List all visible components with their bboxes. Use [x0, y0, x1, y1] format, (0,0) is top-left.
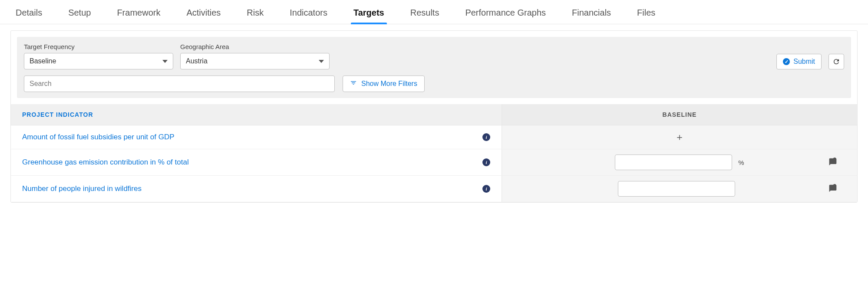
refresh-icon [832, 58, 840, 66]
indicator-link[interactable]: Amount of fossil fuel subsidies per unit… [22, 133, 175, 141]
add-baseline-button[interactable]: ＋ [675, 131, 684, 144]
tab-framework[interactable]: Framework [114, 3, 163, 24]
table-row: Number of people injured in wildfires i [11, 176, 857, 202]
column-header-indicator[interactable]: PROJECT INDICATOR [11, 104, 502, 125]
tab-performance-graphs[interactable]: Performance Graphs [462, 3, 548, 24]
submit-label: Submit [793, 58, 815, 66]
tab-setup[interactable]: Setup [66, 3, 93, 24]
column-header-baseline: BASELINE [502, 104, 857, 125]
show-more-filters-label: Show More Filters [361, 80, 417, 88]
info-icon[interactable]: i [482, 158, 490, 166]
filter-icon [350, 79, 357, 88]
comment-icon[interactable] [828, 184, 837, 194]
geo-area-select[interactable]: Austria [180, 53, 330, 69]
tab-activities[interactable]: Activities [184, 3, 223, 24]
geo-area-value: Austria [186, 57, 208, 65]
submit-button[interactable]: ✓ Submit [776, 54, 822, 69]
tab-details[interactable]: Details [13, 3, 45, 24]
target-frequency-label: Target Frequency [24, 43, 173, 50]
unit-label: % [738, 159, 744, 166]
target-frequency-select[interactable]: Baseline [24, 53, 173, 69]
svg-point-1 [833, 184, 836, 187]
tab-results[interactable]: Results [408, 3, 442, 24]
chevron-down-icon [319, 60, 324, 63]
filter-box: Target Frequency Baseline Geographic Are… [17, 37, 851, 98]
targets-panel: Target Frequency Baseline Geographic Are… [10, 30, 858, 203]
tab-risk[interactable]: Risk [244, 3, 266, 24]
comment-icon[interactable] [828, 158, 837, 168]
search-input[interactable] [24, 76, 335, 92]
target-frequency-value: Baseline [30, 57, 56, 65]
tab-bar: Details Setup Framework Activities Risk … [0, 3, 868, 24]
tab-indicators[interactable]: Indicators [287, 3, 330, 24]
indicator-link[interactable]: Greenhouse gas emission contribution in … [22, 158, 189, 166]
chevron-down-icon [162, 60, 168, 63]
tab-files[interactable]: Files [634, 3, 658, 24]
tab-targets[interactable]: Targets [351, 3, 387, 24]
info-icon[interactable]: i [482, 133, 490, 141]
check-circle-icon: ✓ [783, 58, 790, 65]
tab-financials[interactable]: Financials [569, 3, 614, 24]
show-more-filters-button[interactable]: Show More Filters [343, 76, 425, 92]
baseline-value-input[interactable] [615, 155, 732, 170]
info-icon[interactable]: i [482, 185, 490, 193]
svg-point-0 [833, 158, 836, 161]
indicator-table: PROJECT INDICATOR BASELINE Amount of fos… [11, 104, 857, 202]
target-frequency-group: Target Frequency Baseline [24, 43, 173, 69]
baseline-value-input[interactable] [618, 181, 735, 197]
geo-area-label: Geographic Area [180, 43, 330, 50]
table-row: Greenhouse gas emission contribution in … [11, 149, 857, 176]
refresh-button[interactable] [828, 54, 844, 69]
table-row: Amount of fossil fuel subsidies per unit… [11, 125, 857, 149]
indicator-link[interactable]: Number of people injured in wildfires [22, 184, 142, 193]
geo-area-group: Geographic Area Austria [180, 43, 330, 69]
